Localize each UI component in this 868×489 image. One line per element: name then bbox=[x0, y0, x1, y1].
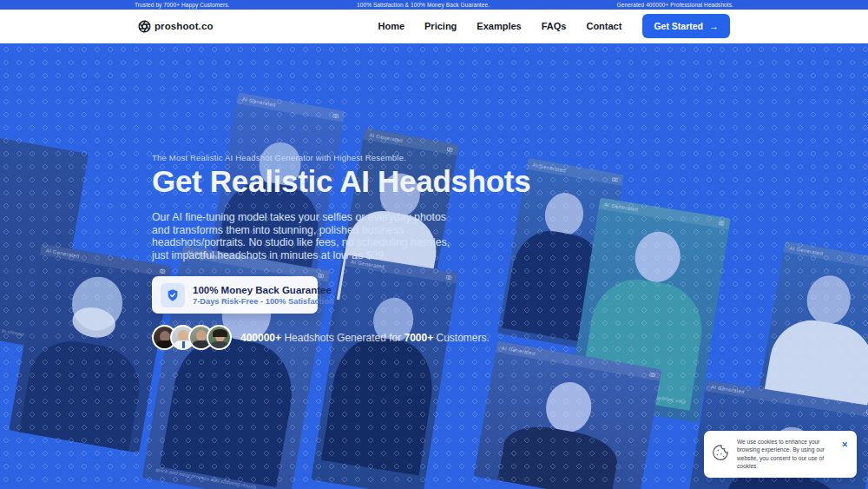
brand-name: proshoot.co bbox=[155, 21, 214, 31]
social-proof-text: 400000+ Headshots Generated for 7000+ Cu… bbox=[240, 332, 490, 344]
cookie-consent-banner: We use cookies to enhance your browsing … bbox=[704, 431, 857, 478]
guarantee-subtitle: 7-Days Risk-Free - 100% Satisfaction bbox=[193, 297, 334, 306]
hero-description: Our AI fine-tuning model takes your self… bbox=[152, 211, 459, 261]
camera-icon bbox=[446, 146, 453, 152]
nav-link-contact[interactable]: Contact bbox=[586, 21, 621, 31]
camera-icon bbox=[159, 268, 166, 274]
avatar bbox=[207, 325, 232, 350]
hero-tagline: The Most Realistic AI Headshot Generator… bbox=[152, 153, 516, 162]
close-icon[interactable]: ✕ bbox=[841, 441, 848, 449]
camera-icon bbox=[718, 220, 725, 226]
announcement-bar: Trusted by 7000+ Happy Customers. 100% S… bbox=[0, 0, 868, 10]
social-proof: 400000+ Headshots Generated for 7000+ Cu… bbox=[152, 325, 490, 350]
customers-count: 7000+ bbox=[404, 332, 433, 344]
cookie-message: We use cookies to enhance your browsing … bbox=[737, 438, 849, 471]
money-back-guarantee-card: 100% Money Back Guarantee 7-Days Risk-Fr… bbox=[152, 276, 318, 314]
nav-link-faqs[interactable]: FAQs bbox=[542, 21, 567, 31]
camera-icon bbox=[332, 112, 339, 118]
customer-avatars bbox=[152, 325, 232, 350]
get-started-button[interactable]: Get Started → bbox=[642, 14, 730, 38]
guarantee-title: 100% Money Back Guarantee bbox=[193, 285, 334, 295]
hero-section: AI Generated AI Generated so many option… bbox=[0, 43, 868, 489]
announcement-trusted: Trusted by 7000+ Happy Customers. bbox=[135, 2, 229, 8]
headshots-count: 400000+ bbox=[240, 332, 281, 344]
cookie-icon bbox=[711, 443, 730, 471]
nav-link-pricing[interactable]: Pricing bbox=[424, 21, 457, 31]
camera-icon bbox=[318, 272, 325, 278]
camera-icon bbox=[611, 175, 618, 182]
camera-icon bbox=[445, 274, 452, 280]
navbar: proshoot.co Home Pricing Examples FAQs C… bbox=[0, 10, 868, 43]
shield-check-icon bbox=[161, 283, 185, 307]
hero-title: Get Realistic AI Headshots bbox=[152, 164, 534, 199]
nav-link-examples[interactable]: Examples bbox=[477, 21, 521, 31]
camera-icon bbox=[649, 371, 656, 377]
announcement-satisfaction: 100% Satisfaction & 100% Money Back Guar… bbox=[357, 2, 490, 8]
aperture-logo-icon bbox=[138, 20, 151, 33]
nav-menu: Home Pricing Examples FAQs Contact bbox=[378, 21, 621, 31]
nav-link-home[interactable]: Home bbox=[378, 21, 404, 31]
arrow-right-icon: → bbox=[709, 22, 719, 31]
announcement-generated: Generated 400000+ Professional Headshots… bbox=[617, 2, 733, 8]
brand-logo[interactable]: proshoot.co bbox=[138, 20, 214, 33]
